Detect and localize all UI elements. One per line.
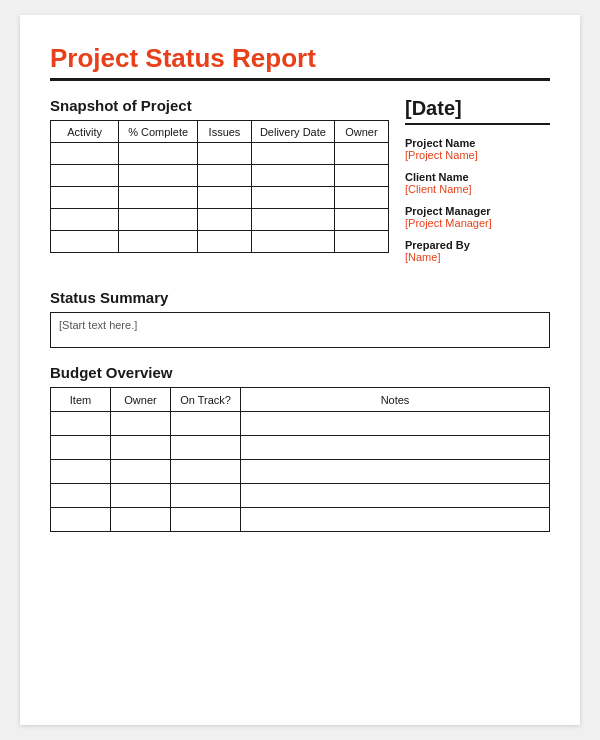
budget-heading: Budget Overview bbox=[50, 364, 550, 381]
project-manager-block: Project Manager [Project Manager] bbox=[405, 205, 550, 229]
table-cell bbox=[252, 187, 335, 209]
budget-table: Item Owner On Track? Notes bbox=[50, 387, 550, 532]
table-cell bbox=[51, 209, 119, 231]
table-cell bbox=[171, 508, 241, 532]
snapshot-heading: Snapshot of Project bbox=[50, 97, 389, 114]
table-cell bbox=[119, 231, 198, 253]
table-cell bbox=[51, 231, 119, 253]
main-layout: Snapshot of Project Activity % Complete … bbox=[50, 97, 550, 273]
table-row bbox=[51, 143, 389, 165]
table-cell bbox=[241, 412, 550, 436]
table-cell bbox=[51, 143, 119, 165]
table-cell bbox=[252, 231, 335, 253]
table-cell bbox=[197, 165, 251, 187]
table-cell bbox=[334, 187, 388, 209]
table-cell bbox=[171, 412, 241, 436]
table-row bbox=[51, 484, 550, 508]
table-cell bbox=[241, 436, 550, 460]
table-cell bbox=[51, 460, 111, 484]
client-name-label: Client Name bbox=[405, 171, 550, 183]
table-cell bbox=[111, 460, 171, 484]
snapshot-table: Activity % Complete Issues Delivery Date… bbox=[50, 120, 389, 253]
table-row bbox=[51, 508, 550, 532]
table-cell bbox=[334, 165, 388, 187]
table-cell bbox=[51, 412, 111, 436]
table-cell bbox=[252, 143, 335, 165]
col-delivery-date: Delivery Date bbox=[252, 121, 335, 143]
col-owner: Owner bbox=[334, 121, 388, 143]
prepared-by-block: Prepared By [Name] bbox=[405, 239, 550, 263]
table-cell bbox=[241, 484, 550, 508]
table-cell bbox=[51, 165, 119, 187]
snapshot-header-row: Activity % Complete Issues Delivery Date… bbox=[51, 121, 389, 143]
table-cell bbox=[171, 460, 241, 484]
table-cell bbox=[197, 187, 251, 209]
table-cell bbox=[111, 436, 171, 460]
table-cell bbox=[119, 209, 198, 231]
table-cell bbox=[197, 143, 251, 165]
table-cell bbox=[334, 143, 388, 165]
table-cell bbox=[241, 460, 550, 484]
table-cell bbox=[111, 484, 171, 508]
client-name-block: Client Name [Client Name] bbox=[405, 171, 550, 195]
budget-header-row: Item Owner On Track? Notes bbox=[51, 388, 550, 412]
table-cell bbox=[171, 436, 241, 460]
table-cell bbox=[119, 165, 198, 187]
table-cell bbox=[51, 187, 119, 209]
page-title: Project Status Report bbox=[50, 43, 550, 74]
date-divider bbox=[405, 123, 550, 125]
page: Project Status Report Snapshot of Projec… bbox=[20, 15, 580, 725]
budget-section: Budget Overview Item Owner On Track? Not… bbox=[50, 364, 550, 532]
table-cell bbox=[197, 209, 251, 231]
table-cell bbox=[111, 412, 171, 436]
table-cell bbox=[51, 484, 111, 508]
table-row bbox=[51, 187, 389, 209]
budget-col-notes: Notes bbox=[241, 388, 550, 412]
project-manager-value: [Project Manager] bbox=[405, 217, 550, 229]
table-row bbox=[51, 460, 550, 484]
table-cell bbox=[252, 209, 335, 231]
table-cell bbox=[334, 209, 388, 231]
status-heading: Status Summary bbox=[50, 289, 550, 306]
prepared-by-label: Prepared By bbox=[405, 239, 550, 251]
table-row bbox=[51, 436, 550, 460]
table-cell bbox=[241, 508, 550, 532]
table-cell bbox=[252, 165, 335, 187]
col-issues: Issues bbox=[197, 121, 251, 143]
col-complete: % Complete bbox=[119, 121, 198, 143]
prepared-by-value: [Name] bbox=[405, 251, 550, 263]
table-cell bbox=[51, 436, 111, 460]
table-row bbox=[51, 412, 550, 436]
snapshot-body bbox=[51, 143, 389, 253]
table-cell bbox=[51, 508, 111, 532]
project-name-value: [Project Name] bbox=[405, 149, 550, 161]
right-section: [Date] Project Name [Project Name] Clien… bbox=[405, 97, 550, 273]
table-cell bbox=[171, 484, 241, 508]
table-cell bbox=[119, 187, 198, 209]
table-cell bbox=[119, 143, 198, 165]
col-activity: Activity bbox=[51, 121, 119, 143]
table-row bbox=[51, 231, 389, 253]
project-name-label: Project Name bbox=[405, 137, 550, 149]
table-cell bbox=[111, 508, 171, 532]
title-divider bbox=[50, 78, 550, 81]
budget-col-item: Item bbox=[51, 388, 111, 412]
left-section: Snapshot of Project Activity % Complete … bbox=[50, 97, 389, 273]
budget-col-owner: Owner bbox=[111, 388, 171, 412]
budget-col-ontrack: On Track? bbox=[171, 388, 241, 412]
table-row bbox=[51, 165, 389, 187]
table-cell bbox=[197, 231, 251, 253]
status-section: Status Summary [Start text here.] bbox=[50, 289, 550, 348]
status-text-box[interactable]: [Start text here.] bbox=[50, 312, 550, 348]
table-row bbox=[51, 209, 389, 231]
budget-body bbox=[51, 412, 550, 532]
table-cell bbox=[334, 231, 388, 253]
client-name-value: [Client Name] bbox=[405, 183, 550, 195]
project-name-block: Project Name [Project Name] bbox=[405, 137, 550, 161]
project-manager-label: Project Manager bbox=[405, 205, 550, 217]
date-placeholder: [Date] bbox=[405, 97, 550, 120]
